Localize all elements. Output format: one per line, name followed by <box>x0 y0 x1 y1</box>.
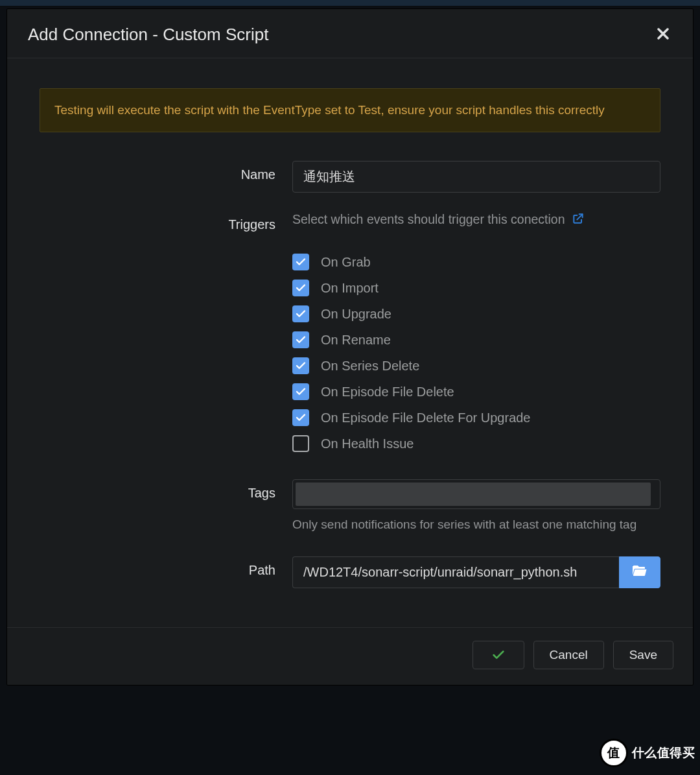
browse-button[interactable] <box>619 556 660 588</box>
external-link-icon[interactable] <box>572 212 585 228</box>
triggers-hint: Select which events should trigger this … <box>292 212 565 226</box>
form-row-name: Name <box>40 161 660 193</box>
test-button[interactable] <box>472 641 524 669</box>
label-path: Path <box>40 556 292 578</box>
modal-footer: Cancel Save <box>7 627 693 685</box>
trigger-item: On Rename <box>292 331 660 348</box>
trigger-label: On Grab <box>321 255 371 270</box>
trigger-checkbox[interactable] <box>292 331 309 348</box>
trigger-checkbox[interactable] <box>292 280 309 296</box>
trigger-item: On Health Issue <box>292 435 660 452</box>
label-name: Name <box>40 161 292 182</box>
close-button[interactable] <box>653 25 673 45</box>
check-icon <box>491 648 506 662</box>
trigger-checkbox[interactable] <box>292 305 309 322</box>
path-input[interactable] <box>292 556 619 588</box>
trigger-checkbox[interactable] <box>292 409 309 426</box>
modal-body: Testing will execute the script with the… <box>7 58 693 627</box>
watermark: 值 什么值得买 <box>600 739 695 767</box>
name-input[interactable] <box>292 161 660 193</box>
form-row-path: Path <box>40 556 660 588</box>
trigger-item: On Grab <box>292 254 660 270</box>
trigger-label: On Import <box>321 281 379 296</box>
close-icon <box>657 25 670 44</box>
trigger-label: On Episode File Delete <box>321 385 454 399</box>
modal-title: Add Connection - Custom Script <box>28 25 268 45</box>
trigger-checkbox[interactable] <box>292 357 309 374</box>
trigger-item: On Series Delete <box>292 357 660 374</box>
watermark-text: 什么值得买 <box>632 745 695 761</box>
cancel-button[interactable]: Cancel <box>533 641 604 669</box>
trigger-item: On Episode File Delete <box>292 383 660 400</box>
form-row-triggers: Triggers Select which events should trig… <box>40 211 660 461</box>
tags-input[interactable] <box>292 479 660 509</box>
trigger-checkbox[interactable] <box>292 383 309 400</box>
trigger-label: On Upgrade <box>321 307 391 322</box>
modal-add-connection: Add Connection - Custom Script Testing w… <box>6 8 694 686</box>
trigger-label: On Health Issue <box>321 436 414 451</box>
trigger-list: On GrabOn ImportOn UpgradeOn RenameOn Se… <box>292 254 660 452</box>
trigger-checkbox[interactable] <box>292 435 309 452</box>
alert-banner: Testing will execute the script with the… <box>40 88 660 132</box>
save-button[interactable]: Save <box>613 641 673 669</box>
trigger-item: On Episode File Delete For Upgrade <box>292 409 660 426</box>
folder-open-icon <box>632 564 648 580</box>
label-triggers: Triggers <box>40 211 292 232</box>
trigger-checkbox[interactable] <box>292 254 309 270</box>
trigger-item: On Import <box>292 280 660 296</box>
watermark-badge: 值 <box>600 739 628 767</box>
trigger-item: On Upgrade <box>292 305 660 322</box>
label-tags: Tags <box>40 479 292 501</box>
form-row-tags: Tags Only send notifications for series … <box>40 479 660 534</box>
modal-header: Add Connection - Custom Script <box>7 9 693 58</box>
trigger-label: On Episode File Delete For Upgrade <box>321 411 531 425</box>
tags-help-text: Only send notifications for series with … <box>292 516 660 534</box>
trigger-label: On Rename <box>321 333 391 348</box>
trigger-label: On Series Delete <box>321 359 419 374</box>
